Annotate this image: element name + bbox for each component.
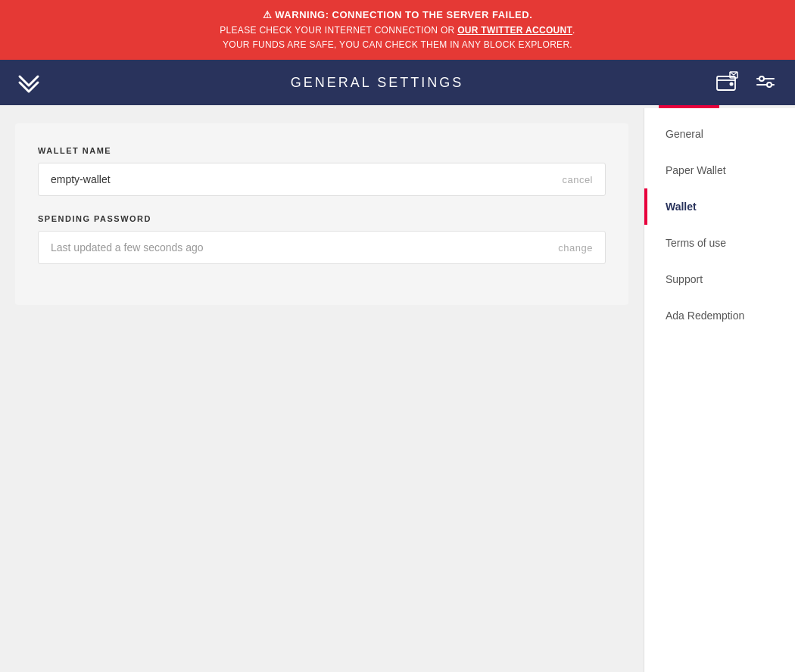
wallet-nav-icon <box>715 70 739 95</box>
nav-logo <box>15 69 42 96</box>
svg-point-5 <box>759 76 764 81</box>
warning-line1: ⚠ WARNING: CONNECTION TO THE SERVER FAIL… <box>15 8 780 23</box>
wallet-name-label: WALLET NAME <box>38 146 606 155</box>
sidebar-item-terms-of-use-label: Terms of use <box>666 237 726 249</box>
warning-line3: YOUR FUNDS ARE SAFE, YOU CAN CHECK THEM … <box>15 38 780 52</box>
settings-nav-icon <box>754 71 777 94</box>
svg-point-1 <box>730 82 734 86</box>
spending-password-display: Last updated a few seconds ago change <box>38 231 606 264</box>
twitter-link[interactable]: OUR TWITTER ACCOUNT <box>457 25 572 36</box>
top-nav: GENERAL SETTINGS <box>0 60 795 105</box>
wallet-name-field-group: WALLET NAME cancel <box>38 146 606 196</box>
spending-password-status: Last updated a few seconds ago <box>51 241 558 254</box>
sidebar-item-ada-redemption-label: Ada Redemption <box>666 310 744 322</box>
settings-nav-button[interactable] <box>751 68 780 97</box>
content-area: WALLET NAME cancel SPENDING PASSWORD Las… <box>0 108 644 672</box>
spending-password-field-group: SPENDING PASSWORD Last updated a few sec… <box>38 214 606 264</box>
svg-point-6 <box>767 82 772 87</box>
sidebar: General Paper Wallet Wallet Terms of use… <box>644 108 795 672</box>
sidebar-item-support[interactable]: Support <box>644 261 795 297</box>
sidebar-item-general[interactable]: General <box>644 116 795 152</box>
app-logo-icon <box>15 69 42 96</box>
main-layout: WALLET NAME cancel SPENDING PASSWORD Las… <box>0 108 795 672</box>
active-tab-indicator <box>659 105 719 108</box>
page-title: GENERAL SETTINGS <box>42 75 712 91</box>
sidebar-item-paper-wallet[interactable]: Paper Wallet <box>644 152 795 188</box>
wallet-name-input[interactable] <box>51 173 562 185</box>
spending-password-change-button[interactable]: change <box>558 242 593 254</box>
wallet-name-cancel-button[interactable]: cancel <box>562 174 593 185</box>
sidebar-item-wallet[interactable]: Wallet <box>644 188 795 225</box>
warning-banner: ⚠ WARNING: CONNECTION TO THE SERVER FAIL… <box>0 0 795 60</box>
nav-actions <box>712 67 780 98</box>
spending-password-label: SPENDING PASSWORD <box>38 214 606 223</box>
warning-line2: PLEASE CHECK YOUR INTERNET CONNECTION OR… <box>15 23 780 38</box>
sidebar-item-terms-of-use[interactable]: Terms of use <box>644 225 795 261</box>
sidebar-item-general-label: General <box>666 128 703 140</box>
sidebar-item-wallet-label: Wallet <box>666 201 697 213</box>
wallet-nav-button[interactable] <box>712 67 742 98</box>
sidebar-item-support-label: Support <box>666 273 703 285</box>
sidebar-item-paper-wallet-label: Paper Wallet <box>666 164 726 176</box>
sidebar-item-ada-redemption[interactable]: Ada Redemption <box>644 297 795 334</box>
settings-panel: WALLET NAME cancel SPENDING PASSWORD Las… <box>15 123 628 305</box>
wallet-name-input-wrapper: cancel <box>38 163 606 196</box>
